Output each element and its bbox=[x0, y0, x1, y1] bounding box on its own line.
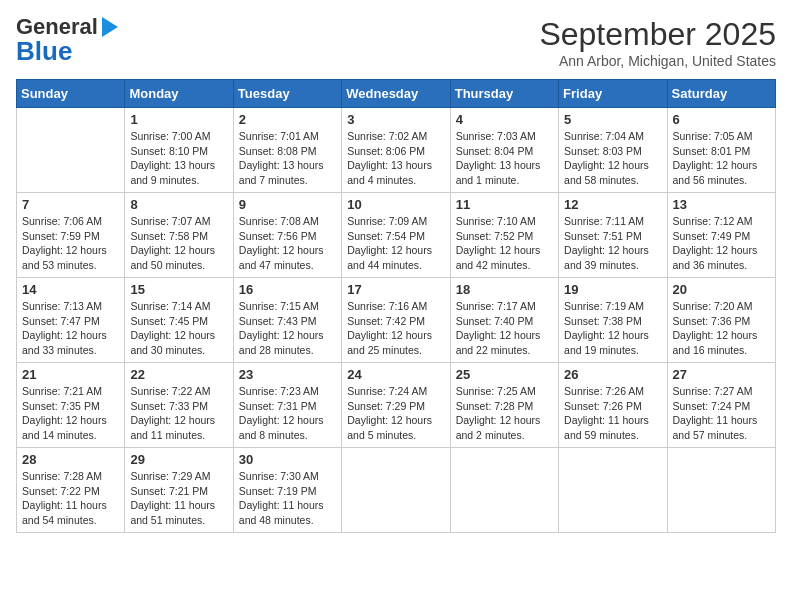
calendar-cell: 30Sunrise: 7:30 AMSunset: 7:19 PMDayligh… bbox=[233, 448, 341, 533]
day-number: 30 bbox=[239, 452, 336, 467]
calendar-cell: 2Sunrise: 7:01 AMSunset: 8:08 PMDaylight… bbox=[233, 108, 341, 193]
calendar-cell bbox=[559, 448, 667, 533]
calendar-header: SundayMondayTuesdayWednesdayThursdayFrid… bbox=[17, 80, 776, 108]
calendar-cell: 24Sunrise: 7:24 AMSunset: 7:29 PMDayligh… bbox=[342, 363, 450, 448]
day-number: 5 bbox=[564, 112, 661, 127]
calendar-cell: 13Sunrise: 7:12 AMSunset: 7:49 PMDayligh… bbox=[667, 193, 775, 278]
day-info: Sunrise: 7:03 AMSunset: 8:04 PMDaylight:… bbox=[456, 129, 553, 188]
day-info: Sunrise: 7:05 AMSunset: 8:01 PMDaylight:… bbox=[673, 129, 770, 188]
day-info: Sunrise: 7:00 AMSunset: 8:10 PMDaylight:… bbox=[130, 129, 227, 188]
day-number: 24 bbox=[347, 367, 444, 382]
day-info: Sunrise: 7:13 AMSunset: 7:47 PMDaylight:… bbox=[22, 299, 119, 358]
logo-arrow-icon bbox=[102, 17, 118, 37]
day-info: Sunrise: 7:29 AMSunset: 7:21 PMDaylight:… bbox=[130, 469, 227, 528]
day-number: 16 bbox=[239, 282, 336, 297]
calendar-cell: 19Sunrise: 7:19 AMSunset: 7:38 PMDayligh… bbox=[559, 278, 667, 363]
day-number: 13 bbox=[673, 197, 770, 212]
day-number: 22 bbox=[130, 367, 227, 382]
calendar-cell: 12Sunrise: 7:11 AMSunset: 7:51 PMDayligh… bbox=[559, 193, 667, 278]
header-row: SundayMondayTuesdayWednesdayThursdayFrid… bbox=[17, 80, 776, 108]
header-day-sunday: Sunday bbox=[17, 80, 125, 108]
header-day-thursday: Thursday bbox=[450, 80, 558, 108]
calendar-cell: 21Sunrise: 7:21 AMSunset: 7:35 PMDayligh… bbox=[17, 363, 125, 448]
day-info: Sunrise: 7:01 AMSunset: 8:08 PMDaylight:… bbox=[239, 129, 336, 188]
logo: General Blue bbox=[16, 16, 118, 64]
day-number: 15 bbox=[130, 282, 227, 297]
day-info: Sunrise: 7:07 AMSunset: 7:58 PMDaylight:… bbox=[130, 214, 227, 273]
calendar-cell: 17Sunrise: 7:16 AMSunset: 7:42 PMDayligh… bbox=[342, 278, 450, 363]
day-number: 27 bbox=[673, 367, 770, 382]
day-number: 6 bbox=[673, 112, 770, 127]
calendar-cell: 27Sunrise: 7:27 AMSunset: 7:24 PMDayligh… bbox=[667, 363, 775, 448]
week-row-5: 28Sunrise: 7:28 AMSunset: 7:22 PMDayligh… bbox=[17, 448, 776, 533]
calendar-cell: 20Sunrise: 7:20 AMSunset: 7:36 PMDayligh… bbox=[667, 278, 775, 363]
day-info: Sunrise: 7:27 AMSunset: 7:24 PMDaylight:… bbox=[673, 384, 770, 443]
day-number: 20 bbox=[673, 282, 770, 297]
day-info: Sunrise: 7:02 AMSunset: 8:06 PMDaylight:… bbox=[347, 129, 444, 188]
day-number: 12 bbox=[564, 197, 661, 212]
day-number: 23 bbox=[239, 367, 336, 382]
day-number: 17 bbox=[347, 282, 444, 297]
calendar-table: SundayMondayTuesdayWednesdayThursdayFrid… bbox=[16, 79, 776, 533]
day-info: Sunrise: 7:17 AMSunset: 7:40 PMDaylight:… bbox=[456, 299, 553, 358]
header-day-monday: Monday bbox=[125, 80, 233, 108]
day-info: Sunrise: 7:15 AMSunset: 7:43 PMDaylight:… bbox=[239, 299, 336, 358]
day-number: 29 bbox=[130, 452, 227, 467]
day-info: Sunrise: 7:14 AMSunset: 7:45 PMDaylight:… bbox=[130, 299, 227, 358]
day-number: 14 bbox=[22, 282, 119, 297]
calendar-cell: 14Sunrise: 7:13 AMSunset: 7:47 PMDayligh… bbox=[17, 278, 125, 363]
week-row-2: 7Sunrise: 7:06 AMSunset: 7:59 PMDaylight… bbox=[17, 193, 776, 278]
title-block: September 2025 Ann Arbor, Michigan, Unit… bbox=[539, 16, 776, 69]
day-info: Sunrise: 7:11 AMSunset: 7:51 PMDaylight:… bbox=[564, 214, 661, 273]
day-info: Sunrise: 7:19 AMSunset: 7:38 PMDaylight:… bbox=[564, 299, 661, 358]
week-row-1: 1Sunrise: 7:00 AMSunset: 8:10 PMDaylight… bbox=[17, 108, 776, 193]
calendar-cell: 8Sunrise: 7:07 AMSunset: 7:58 PMDaylight… bbox=[125, 193, 233, 278]
day-info: Sunrise: 7:26 AMSunset: 7:26 PMDaylight:… bbox=[564, 384, 661, 443]
subtitle: Ann Arbor, Michigan, United States bbox=[539, 53, 776, 69]
calendar-cell bbox=[450, 448, 558, 533]
calendar-cell: 7Sunrise: 7:06 AMSunset: 7:59 PMDaylight… bbox=[17, 193, 125, 278]
calendar-cell: 22Sunrise: 7:22 AMSunset: 7:33 PMDayligh… bbox=[125, 363, 233, 448]
day-info: Sunrise: 7:06 AMSunset: 7:59 PMDaylight:… bbox=[22, 214, 119, 273]
header-day-wednesday: Wednesday bbox=[342, 80, 450, 108]
day-number: 2 bbox=[239, 112, 336, 127]
day-info: Sunrise: 7:24 AMSunset: 7:29 PMDaylight:… bbox=[347, 384, 444, 443]
day-number: 7 bbox=[22, 197, 119, 212]
calendar-cell bbox=[17, 108, 125, 193]
day-info: Sunrise: 7:12 AMSunset: 7:49 PMDaylight:… bbox=[673, 214, 770, 273]
calendar-cell bbox=[667, 448, 775, 533]
day-number: 18 bbox=[456, 282, 553, 297]
day-info: Sunrise: 7:30 AMSunset: 7:19 PMDaylight:… bbox=[239, 469, 336, 528]
calendar-cell: 3Sunrise: 7:02 AMSunset: 8:06 PMDaylight… bbox=[342, 108, 450, 193]
logo-text-blue: Blue bbox=[16, 38, 72, 64]
day-number: 10 bbox=[347, 197, 444, 212]
calendar-cell: 26Sunrise: 7:26 AMSunset: 7:26 PMDayligh… bbox=[559, 363, 667, 448]
calendar-cell: 18Sunrise: 7:17 AMSunset: 7:40 PMDayligh… bbox=[450, 278, 558, 363]
logo-text-general: General bbox=[16, 16, 98, 38]
header-day-saturday: Saturday bbox=[667, 80, 775, 108]
day-info: Sunrise: 7:16 AMSunset: 7:42 PMDaylight:… bbox=[347, 299, 444, 358]
day-info: Sunrise: 7:21 AMSunset: 7:35 PMDaylight:… bbox=[22, 384, 119, 443]
main-title: September 2025 bbox=[539, 16, 776, 53]
day-number: 11 bbox=[456, 197, 553, 212]
day-info: Sunrise: 7:08 AMSunset: 7:56 PMDaylight:… bbox=[239, 214, 336, 273]
calendar-cell: 5Sunrise: 7:04 AMSunset: 8:03 PMDaylight… bbox=[559, 108, 667, 193]
calendar-cell: 15Sunrise: 7:14 AMSunset: 7:45 PMDayligh… bbox=[125, 278, 233, 363]
calendar-cell: 29Sunrise: 7:29 AMSunset: 7:21 PMDayligh… bbox=[125, 448, 233, 533]
week-row-4: 21Sunrise: 7:21 AMSunset: 7:35 PMDayligh… bbox=[17, 363, 776, 448]
day-info: Sunrise: 7:04 AMSunset: 8:03 PMDaylight:… bbox=[564, 129, 661, 188]
day-number: 28 bbox=[22, 452, 119, 467]
day-number: 8 bbox=[130, 197, 227, 212]
calendar-body: 1Sunrise: 7:00 AMSunset: 8:10 PMDaylight… bbox=[17, 108, 776, 533]
calendar-cell: 6Sunrise: 7:05 AMSunset: 8:01 PMDaylight… bbox=[667, 108, 775, 193]
day-number: 21 bbox=[22, 367, 119, 382]
day-info: Sunrise: 7:22 AMSunset: 7:33 PMDaylight:… bbox=[130, 384, 227, 443]
header-day-tuesday: Tuesday bbox=[233, 80, 341, 108]
day-info: Sunrise: 7:28 AMSunset: 7:22 PMDaylight:… bbox=[22, 469, 119, 528]
day-info: Sunrise: 7:20 AMSunset: 7:36 PMDaylight:… bbox=[673, 299, 770, 358]
day-number: 9 bbox=[239, 197, 336, 212]
calendar-cell: 25Sunrise: 7:25 AMSunset: 7:28 PMDayligh… bbox=[450, 363, 558, 448]
day-number: 25 bbox=[456, 367, 553, 382]
calendar-cell: 23Sunrise: 7:23 AMSunset: 7:31 PMDayligh… bbox=[233, 363, 341, 448]
day-number: 26 bbox=[564, 367, 661, 382]
